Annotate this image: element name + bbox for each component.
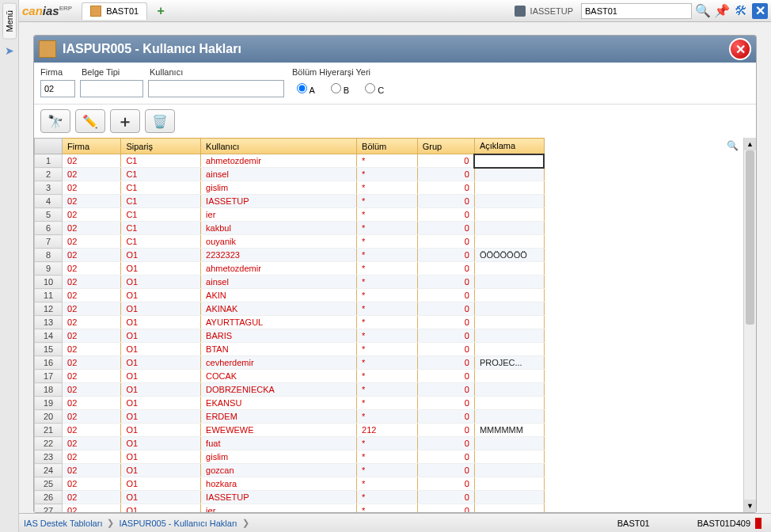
cell-aciklama[interactable] [474, 410, 544, 424]
table-row[interactable]: 1502O1BTAN*0 [35, 343, 545, 356]
breadcrumb-1[interactable]: IAS Destek Tabloları [24, 519, 102, 528]
window-close-button[interactable]: ✕ [729, 38, 751, 60]
cell-bolum[interactable]: * [357, 356, 418, 370]
cell-siparis[interactable]: C1 [121, 168, 201, 181]
cell-aciklama[interactable]: ÖÖÖÖÖÖÖ [474, 249, 544, 262]
cell-kullanici[interactable]: AKINAK [201, 302, 357, 316]
table-row[interactable]: 802O12232323*0ÖÖÖÖÖÖÖ [35, 249, 545, 262]
search-button[interactable]: 🔭 [40, 109, 70, 133]
cell-aciklama[interactable] [474, 397, 544, 410]
cell-bolum[interactable]: * [357, 195, 418, 208]
cell-aciklama[interactable] [474, 154, 544, 168]
table-row[interactable]: 2202O1fuat*0 [35, 437, 545, 450]
cell-grup[interactable]: 0 [417, 208, 474, 222]
cell-bolum[interactable]: * [357, 289, 418, 302]
table-row[interactable]: 1002O1ainsel*0 [35, 276, 545, 289]
cell-grup[interactable]: 0 [417, 195, 474, 208]
cell-grup[interactable]: 0 [417, 410, 474, 424]
cell-bolum[interactable]: * [357, 450, 418, 464]
cell-siparis[interactable]: O1 [121, 437, 201, 450]
top-search-input[interactable] [581, 3, 692, 19]
cell-grup[interactable]: 0 [417, 329, 474, 343]
delete-button[interactable]: 🗑️ [145, 109, 175, 133]
cell-siparis[interactable]: O1 [121, 464, 201, 477]
cell-siparis[interactable]: O1 [121, 262, 201, 276]
cell-firma[interactable]: 02 [63, 450, 121, 464]
cell-kullanici[interactable]: DOBRZENIECKA [201, 383, 357, 397]
cell-aciklama[interactable] [474, 195, 544, 208]
table-row[interactable]: 302C1gislim*0 [35, 181, 545, 195]
cell-aciklama[interactable] [474, 437, 544, 450]
cell-firma[interactable]: 02 [63, 491, 121, 504]
cell-bolum[interactable]: * [357, 235, 418, 249]
cell-siparis[interactable]: C1 [121, 195, 201, 208]
cell-kullanici[interactable]: AKIN [201, 289, 357, 302]
cell-grup[interactable]: 0 [417, 249, 474, 262]
table-row[interactable]: 2402O1gozcan*0 [35, 464, 545, 477]
col-kullanici[interactable]: Kullanıcı [201, 139, 357, 154]
cell-siparis[interactable]: O1 [121, 276, 201, 289]
cell-firma[interactable]: 02 [63, 343, 121, 356]
pin-arrow-icon[interactable]: ➤ [5, 44, 14, 57]
table-row[interactable]: 1402O1BARIS*0 [35, 329, 545, 343]
table-row[interactable]: 1902O1EKANSU*0 [35, 397, 545, 410]
cell-siparis[interactable]: O1 [121, 329, 201, 343]
cell-grup[interactable]: 0 [417, 276, 474, 289]
cell-bolum[interactable]: * [357, 262, 418, 276]
scroll-down-icon[interactable]: ▼ [744, 500, 756, 512]
cell-grup[interactable]: 0 [417, 222, 474, 235]
cell-aciklama[interactable] [474, 289, 544, 302]
cell-grup[interactable]: 0 [417, 383, 474, 397]
cell-firma[interactable]: 02 [63, 410, 121, 424]
cell-siparis[interactable]: O1 [121, 249, 201, 262]
table-row[interactable]: 102C1ahmetozdemir*0 [35, 154, 545, 168]
table-row[interactable]: 602C1kakbul*0 [35, 222, 545, 235]
cell-siparis[interactable]: O1 [121, 370, 201, 383]
cell-grup[interactable]: 0 [417, 168, 474, 181]
col-firma[interactable]: Firma [63, 139, 121, 154]
table-row[interactable]: 1802O1DOBRZENIECKA*0 [35, 383, 545, 397]
cell-grup[interactable]: 0 [417, 437, 474, 450]
add-button[interactable]: ＋ [110, 109, 140, 133]
cell-grup[interactable]: 0 [417, 302, 474, 316]
cell-siparis[interactable]: O1 [121, 316, 201, 329]
cell-bolum[interactable]: * [357, 208, 418, 222]
cell-kullanici[interactable]: ainsel [201, 276, 357, 289]
cell-firma[interactable]: 02 [63, 235, 121, 249]
cell-grup[interactable]: 0 [417, 235, 474, 249]
cell-grup[interactable]: 0 [417, 491, 474, 504]
cell-kullanici[interactable]: IASSETUP [201, 491, 357, 504]
cell-grup[interactable]: 0 [417, 289, 474, 302]
cell-bolum[interactable]: * [357, 276, 418, 289]
cell-bolum[interactable]: * [357, 222, 418, 235]
cell-grup[interactable]: 0 [417, 477, 474, 491]
cell-kullanici[interactable]: BARIS [201, 329, 357, 343]
vertical-scrollbar[interactable]: ▲ ▼ [743, 138, 756, 512]
cell-aciklama[interactable] [474, 276, 544, 289]
cell-bolum[interactable]: * [357, 410, 418, 424]
col-bolum[interactable]: Bölüm [357, 139, 418, 154]
menu-tab[interactable]: Menü [2, 3, 17, 40]
table-row[interactable]: 2602O1IASSETUP*0 [35, 491, 545, 504]
app-tab-active[interactable]: BAST01 [82, 2, 147, 20]
cell-siparis[interactable]: C1 [121, 235, 201, 249]
cell-bolum[interactable]: * [357, 383, 418, 397]
scroll-up-icon[interactable]: ▲ [744, 138, 756, 150]
cell-siparis[interactable]: O1 [121, 356, 201, 370]
cell-firma[interactable]: 02 [63, 397, 121, 410]
table-row[interactable]: 2102O1EWEWEWE2120MMMMMM [35, 424, 545, 437]
cell-aciklama[interactable] [474, 450, 544, 464]
cell-kullanici[interactable]: ainsel [201, 168, 357, 181]
col-aciklama[interactable]: Açıklama [474, 139, 544, 154]
new-tab-button[interactable]: + [152, 2, 169, 20]
cell-siparis[interactable]: O1 [121, 504, 201, 513]
radio-b[interactable]: B [331, 83, 349, 95]
cell-kullanici[interactable]: ERDEM [201, 410, 357, 424]
cell-kullanici[interactable]: AYURTTAGUL [201, 316, 357, 329]
app-close-button[interactable]: ✕ [752, 3, 768, 19]
table-row[interactable]: 1102O1AKIN*0 [35, 289, 545, 302]
data-grid[interactable]: 🔍 Firma Sipariş Kullanıcı Bölüm Grup Açı… [34, 138, 743, 512]
belge-tipi-input[interactable] [80, 80, 143, 97]
cell-bolum[interactable]: * [357, 154, 418, 168]
cell-bolum[interactable]: * [357, 302, 418, 316]
